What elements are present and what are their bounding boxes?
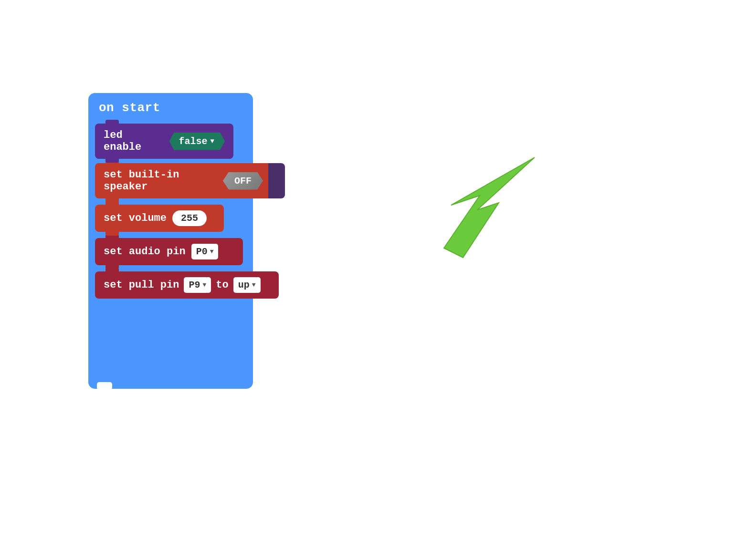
- svg-rect-1: [97, 382, 112, 390]
- audio-pin-dropdown[interactable]: P0 ▼: [191, 244, 219, 259]
- led-enable-label: led enable: [104, 129, 164, 153]
- led-enable-value[interactable]: false ▼: [169, 133, 225, 150]
- speaker-off-badge[interactable]: OFF: [223, 172, 263, 190]
- set-pull-label: set pull pin: [104, 279, 179, 291]
- audio-pin-dropdown-icon: ▼: [210, 248, 214, 255]
- svg-marker-2: [444, 157, 535, 258]
- set-speaker-label: set built-in speaker: [104, 169, 217, 193]
- set-audio-block: set audio pin P0 ▼: [95, 238, 243, 265]
- set-pull-block: set pull pin P9 ▼ to up ▼: [95, 271, 279, 299]
- set-volume-block: set volume 255: [95, 205, 224, 232]
- led-dropdown-icon: ▼: [210, 137, 214, 145]
- pull-pin-dropdown[interactable]: P9 ▼: [184, 277, 211, 293]
- to-label: to: [216, 279, 228, 291]
- green-arrow: [358, 148, 549, 267]
- pull-direction-dropdown[interactable]: up ▼: [233, 277, 261, 293]
- set-audio-label: set audio pin: [104, 246, 186, 258]
- volume-value-badge[interactable]: 255: [172, 210, 207, 226]
- direction-dropdown-icon: ▼: [252, 281, 256, 289]
- led-enable-block: led enable false ▼: [95, 124, 233, 159]
- set-volume-label: set volume: [104, 212, 167, 224]
- set-speaker-block: set built-in speaker OFF: [95, 163, 272, 198]
- on-start-label: on start: [99, 101, 160, 115]
- pull-pin-dropdown-icon: ▼: [202, 281, 206, 289]
